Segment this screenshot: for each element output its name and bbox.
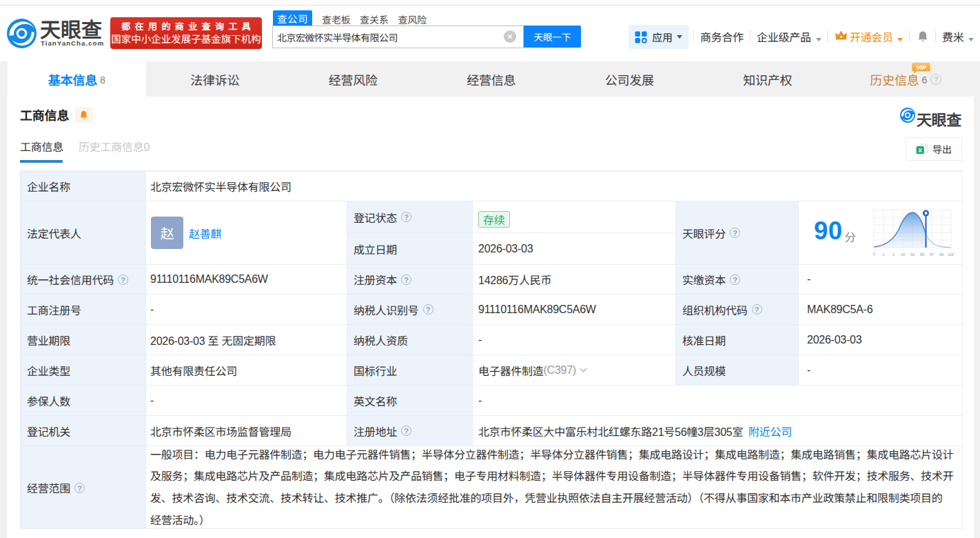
svg-text:100: 100 xyxy=(948,252,954,257)
svg-text:97: 97 xyxy=(930,252,935,257)
svg-text:3: 3 xyxy=(892,252,895,257)
svg-text:1: 1 xyxy=(882,252,885,257)
svg-text:99: 99 xyxy=(939,252,944,257)
svg-text:VIP: VIP xyxy=(917,64,927,71)
svg-text:X: X xyxy=(918,146,922,153)
svg-text:15: 15 xyxy=(901,252,906,257)
svg-text:50: 50 xyxy=(910,252,915,257)
svg-text:85: 85 xyxy=(920,252,925,257)
svg-text:0: 0 xyxy=(872,252,875,256)
